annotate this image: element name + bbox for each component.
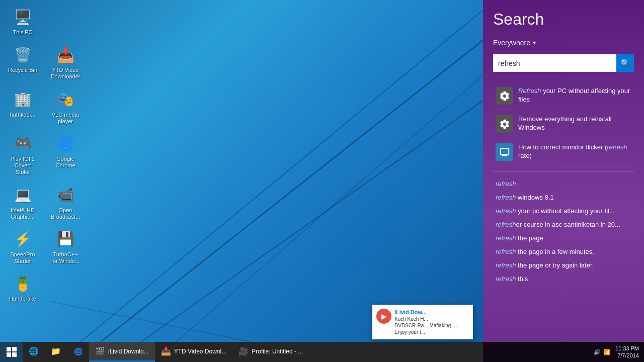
icon-speedpro[interactable]: ⚡ SpeedPro Starter	[5, 227, 40, 266]
icon-ytd-label: YTD Video Downloader	[50, 67, 81, 80]
icon-intel-label: Intel® HD Graphic...	[7, 207, 38, 220]
gear-icon-remove	[496, 115, 513, 133]
taskbar-ytd-label: YTD Video Downl...	[174, 348, 227, 355]
taskbar-date-display: 7/7/2014	[615, 352, 639, 359]
taskbar-item-ytd[interactable]: 📥 YTD Video Downl...	[155, 342, 233, 362]
icon-hathkadi[interactable]: 🏢 hathkadi...	[5, 87, 40, 120]
system-tray: 🔊 📶	[594, 349, 610, 355]
suggestion-refresh-this[interactable]: refresh this	[493, 272, 634, 286]
suggestion-refresh-page[interactable]: refresh the page	[493, 231, 634, 245]
icon-row-7: 🍍 Handbrake	[5, 272, 83, 304]
taskbar-items: 🌐 📁 🌀 🎬 iLivid Downlo... 📥 YTD Video Dow…	[23, 342, 594, 362]
svg-line-0	[101, 40, 483, 342]
search-panel: Search Everywhere ▾ 🔍 Refresh your PC wi…	[483, 0, 644, 362]
result-monitor-flicker[interactable]: How to correct monitor flicker (refresh …	[493, 138, 634, 166]
icon-igi2[interactable]: 🎮 Play IGI 2 Covert Strike	[5, 132, 40, 178]
taskbar-clock[interactable]: 11:33 PM 7/7/2014	[615, 345, 639, 359]
suggestion-refresh-page-minutes[interactable]: refresh the page in a few minutes.	[493, 245, 634, 258]
search-divider	[493, 171, 634, 172]
taskbar: 🌐 📁 🌀 🎬 iLivid Downlo... 📥 YTD Video Dow…	[0, 342, 644, 362]
search-input[interactable]	[493, 54, 616, 72]
start-button[interactable]	[0, 342, 23, 362]
icon-recycle-bin[interactable]: 🗑️ Recycle Bin	[5, 43, 40, 75]
icon-chrome-label: Google Chrome	[50, 156, 81, 169]
ie-icon: 🌐	[29, 346, 39, 356]
notification-icon: ▶	[376, 309, 391, 324]
obs-taskbar-icon: 🎥	[238, 346, 249, 356]
notification-popup[interactable]: ▶ iLivid Dow... Kuch Kuch H... DVDSCR-Ra…	[372, 305, 473, 339]
icon-obs-label: Open Broadcast...	[50, 207, 81, 220]
taskbar-item-ilivid[interactable]: 🎬 iLivid Downlo...	[89, 342, 155, 362]
monitor-icon	[496, 143, 513, 161]
icon-vlc[interactable]: 🎭 VLC media player	[48, 87, 83, 127]
icon-recycle-bin-label: Recycle Bin	[8, 67, 37, 73]
taskbar-item-obs[interactable]: 🎥 Profile: Untitled - ...	[232, 342, 309, 362]
taskbar-time-display: 11:33 PM	[615, 345, 639, 352]
search-filter-label: Everywhere	[493, 39, 530, 47]
notification-content: iLivid Dow... Kuch Kuch H... DVDSCR-Ra..…	[394, 309, 458, 335]
icon-igi2-label: Play IGI 2 Covert Strike	[7, 156, 38, 176]
search-box-container: 🔍	[493, 54, 634, 72]
icon-obs[interactable]: 📹 Open Broadcast...	[48, 183, 83, 222]
icon-handbrake[interactable]: 🍍 Handbrake	[5, 272, 40, 304]
result-remove-reinstall-text: Remove everything and reinstall Windows	[518, 115, 631, 132]
icon-row-4: 🎮 Play IGI 2 Covert Strike 🌀 Google Chro…	[5, 132, 83, 178]
speaker-icon[interactable]: 🔊	[594, 349, 601, 355]
notification-details: DVDSCR-Ra... Mafiaking -...	[394, 322, 458, 329]
icon-turbocpp-label: TurboC++ for Windo...	[50, 251, 81, 264]
search-button[interactable]: 🔍	[616, 54, 634, 72]
icon-google-chrome[interactable]: 🌀 Google Chrome	[48, 132, 83, 171]
icon-vlc-label: VLC media player	[50, 112, 81, 125]
svg-line-3	[176, 75, 483, 342]
file-explorer-icon: 📁	[51, 346, 61, 356]
search-panel-title: Search	[493, 10, 634, 29]
desktop-icon-area: 🖥️ This PC 🗑️ Recycle Bin 📥 YTD Video Do…	[0, 0, 88, 309]
svg-line-2	[80, 10, 483, 342]
taskbar-item-ie[interactable]: 🌐	[23, 342, 45, 362]
gear-icon-refresh	[496, 87, 513, 105]
icon-handbrake-label: Handbrake	[9, 296, 36, 302]
taskbar-ilivid-label: iLivid Downlo...	[108, 348, 149, 355]
icon-row-3: 🏢 hathkadi... 🎭 VLC media player	[5, 87, 83, 127]
taskbar-item-chrome[interactable]: 🌀	[67, 342, 89, 362]
taskbar-item-explorer[interactable]: 📁	[45, 342, 67, 362]
icon-row-2: 🗑️ Recycle Bin 📥 YTD Video Downloader	[5, 43, 83, 82]
desktop: 🖥️ This PC 🗑️ Recycle Bin 📥 YTD Video Do…	[0, 0, 483, 342]
icon-hathkadi-label: hathkadi...	[10, 112, 36, 118]
notification-sub: Enjoy your t...	[394, 329, 458, 335]
suggestion-refresher-course[interactable]: refresher course in asc santiniketan in …	[493, 218, 634, 231]
result-remove-reinstall[interactable]: Remove everything and reinstall Windows	[493, 110, 634, 138]
chevron-down-icon: ▾	[533, 39, 536, 46]
icon-row-6: ⚡ SpeedPro Starter 💾 TurboC++ for Windo.…	[5, 227, 83, 266]
icon-row-1: 🖥️ This PC	[5, 5, 83, 38]
result-monitor-flicker-text: How to correct monitor flicker (refresh …	[518, 143, 631, 160]
network-icon[interactable]: 📶	[603, 349, 610, 355]
icon-speedpro-label: SpeedPro Starter	[7, 251, 38, 264]
icon-this-pc-label: This PC	[13, 29, 32, 36]
taskbar-right: 🔊 📶 11:33 PM 7/7/2014	[594, 345, 644, 359]
taskbar-obs-label: Profile: Untitled - ...	[252, 348, 303, 355]
suggestion-refresh[interactable]: refresh	[493, 177, 634, 191]
ilivid-icon: 🎬	[95, 346, 105, 356]
result-refresh-pc-text: Refresh your PC without affecting your f…	[518, 87, 631, 104]
result-refresh-pc[interactable]: Refresh your PC without affecting your f…	[493, 82, 634, 110]
icon-this-pc[interactable]: 🖥️ This PC	[5, 5, 40, 38]
windows-logo-icon	[7, 347, 17, 357]
icon-row-5: 💻 Intel® HD Graphic... 📹 Open Broadcast.…	[5, 183, 83, 222]
notification-app: iLivid Dow...	[394, 309, 458, 316]
chrome-icon: 🌀	[73, 346, 83, 356]
icon-intel-hd[interactable]: 💻 Intel® HD Graphic...	[5, 183, 40, 222]
search-filter-dropdown[interactable]: Everywhere ▾	[493, 39, 634, 47]
suggestion-refresh-pc[interactable]: refresh your pc without affecting your f…	[493, 204, 634, 218]
icon-ytd-video[interactable]: 📥 YTD Video Downloader	[48, 43, 83, 82]
icon-turbocpp[interactable]: 💾 TurboC++ for Windo...	[48, 227, 83, 266]
ytd-icon: 📥	[161, 346, 171, 356]
suggestion-refresh-windows[interactable]: refresh windows 8.1	[493, 191, 634, 204]
suggestion-refresh-page-later[interactable]: refresh the page or try again later.	[493, 258, 634, 272]
notification-title: Kuch Kuch H...	[394, 316, 458, 322]
search-icon: 🔍	[620, 58, 630, 68]
